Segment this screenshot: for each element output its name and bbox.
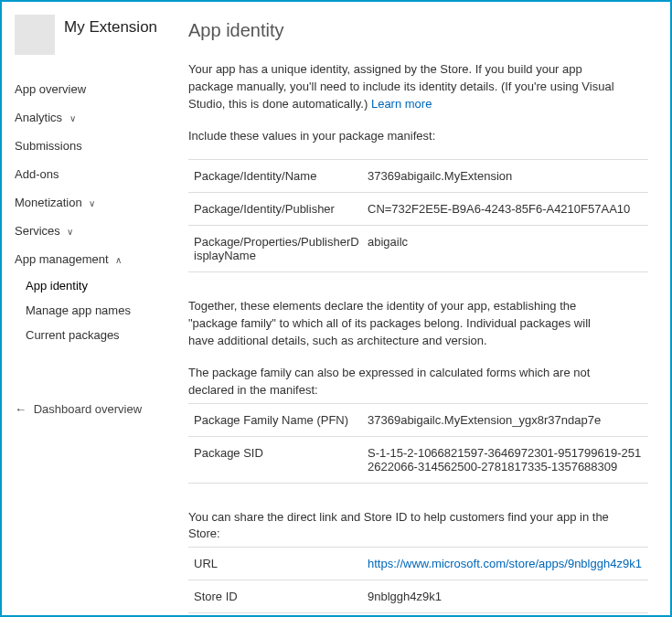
sidebar-nav: App overview Analytics ∨ Submissions Add… [15, 75, 176, 347]
nav-app-management[interactable]: App management ∧ [15, 245, 176, 273]
row-value: 37369abigailc.MyExtension_ygx8r37ndap7e [368, 413, 643, 427]
store-table: URL https://www.microsoft.com/store/apps… [188, 547, 648, 615]
sub-label: App identity [26, 279, 88, 293]
table-row: Package SID S-1-15-2-1066821597-36469723… [188, 437, 648, 484]
row-value: 9nblggh4z9k1 [368, 590, 643, 603]
row-key: URL [194, 557, 368, 570]
learn-more-link[interactable]: Learn more [371, 97, 432, 111]
arrow-left-icon: ← [15, 402, 27, 416]
nav-addons[interactable]: Add-ons [15, 160, 176, 188]
app-title: My Extension [64, 15, 157, 37]
nav-label: Services [15, 224, 60, 238]
table-row: Package/Identity/Publisher CN=732F2E5E-B… [188, 193, 648, 226]
nav-monetization[interactable]: Monetization ∨ [15, 188, 176, 217]
chevron-up-icon: ∧ [115, 255, 122, 265]
sidebar: My Extension App overview Analytics ∨ Su… [2, 2, 176, 615]
chevron-down-icon: ∨ [69, 113, 76, 123]
nav-label: App overview [15, 82, 86, 96]
main-content: App identity Your app has a unique ident… [176, 2, 670, 615]
row-key: Package/Identity/Name [194, 169, 368, 183]
nav-label: App management [15, 252, 109, 266]
identity-table: Package/Identity/Name 37369abigailc.MyEx… [188, 159, 648, 272]
row-value: abigailc [368, 235, 643, 262]
row-key: Package SID [194, 446, 368, 473]
row-value: CN=732F2E5E-B9A6-4243-85F6-A4210F57AA10 [368, 202, 643, 216]
row-key: Package/Properties/PublisherDisplayName [194, 235, 368, 262]
row-value: https://www.microsoft.com/store/apps/9nb… [368, 557, 643, 570]
table-row: Package/Properties/PublisherDisplayName … [188, 226, 648, 272]
page-title: App identity [188, 20, 648, 41]
app-window: My Extension App overview Analytics ∨ Su… [0, 0, 672, 617]
chevron-down-icon: ∨ [89, 198, 95, 208]
app-header: My Extension [15, 15, 176, 55]
sub-manage-app-names[interactable]: Manage app names [26, 298, 176, 323]
nav-sub-app-management: App identity Manage app names Current pa… [15, 273, 176, 347]
sub-app-identity[interactable]: App identity [26, 273, 176, 298]
sub-label: Manage app names [26, 303, 131, 317]
table-row: Package Family Name (PFN) 37369abigailc.… [188, 404, 648, 437]
family-table: Package Family Name (PFN) 37369abigailc.… [188, 403, 648, 484]
nav-submissions[interactable]: Submissions [15, 132, 176, 160]
row-key: Package Family Name (PFN) [194, 413, 368, 427]
table-row: Store ID 9nblggh4z9k1 [188, 580, 648, 613]
dashboard-overview-link[interactable]: ← Dashboard overview [15, 402, 176, 416]
nav-app-overview[interactable]: App overview [15, 75, 176, 103]
nav-label: Monetization [15, 196, 82, 209]
nav-analytics[interactable]: Analytics ∨ [15, 103, 176, 132]
include-heading: Include these values in your package man… [188, 128, 618, 145]
intro-paragraph: Your app has a unique identity, assigned… [188, 61, 618, 113]
sub-current-packages[interactable]: Current packages [26, 323, 176, 347]
nav-services[interactable]: Services ∨ [15, 217, 176, 245]
nav-label: Add-ons [15, 167, 59, 181]
sub-label: Current packages [26, 328, 120, 342]
app-icon-placeholder [15, 15, 55, 55]
store-url-link[interactable]: https://www.microsoft.com/store/apps/9nb… [368, 557, 642, 570]
table-row: Package/Identity/Name 37369abigailc.MyEx… [188, 160, 648, 193]
row-value: S-1-15-2-1066821597-3646972301-951799619… [368, 446, 643, 473]
nav-label: Submissions [15, 139, 82, 153]
row-key: Store ID [194, 590, 368, 603]
nav-label: Analytics [15, 111, 62, 124]
table-row: URL https://www.microsoft.com/store/apps… [188, 548, 648, 580]
calcforms-paragraph: The package family can also be expressed… [188, 365, 618, 399]
dashboard-link-label: Dashboard overview [34, 402, 143, 416]
row-value: 37369abigailc.MyExtension [368, 169, 643, 183]
chevron-down-icon: ∨ [67, 227, 73, 237]
table-row: Store protocol link ms-windows-store://p… [188, 613, 648, 615]
together-paragraph: Together, these elements declare the ide… [188, 298, 618, 350]
row-key: Package/Identity/Publisher [194, 202, 368, 216]
share-paragraph: You can share the direct link and Store … [188, 509, 618, 544]
